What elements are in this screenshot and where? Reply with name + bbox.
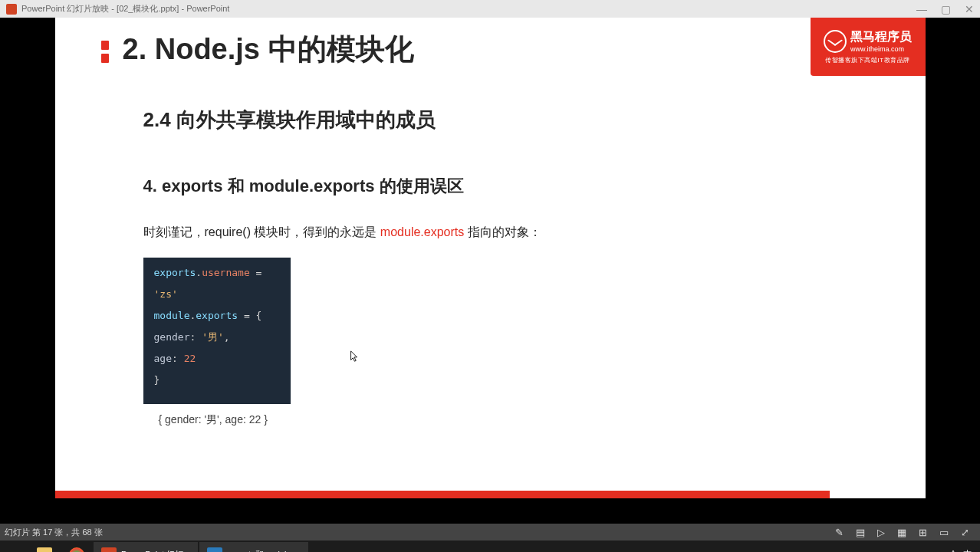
system-tray: ˄ 中 bbox=[945, 548, 978, 552]
restore-button[interactable]: ▢ bbox=[941, 3, 951, 15]
code-token: module bbox=[154, 310, 190, 321]
brand-name: 黑马程序员 bbox=[850, 29, 912, 45]
start-button[interactable]: ⊞ bbox=[2, 542, 28, 552]
file-explorer-button[interactable] bbox=[29, 542, 60, 552]
code-token: age bbox=[154, 353, 172, 364]
code-token: 'zs' bbox=[154, 288, 178, 300]
code-token: '男' bbox=[202, 331, 224, 343]
powerpoint-task[interactable]: PowerPoint 幻灯... bbox=[94, 542, 198, 552]
code-token: , bbox=[224, 331, 230, 343]
normal-view-icon[interactable]: ▦ bbox=[891, 527, 913, 538]
tray-chevron-icon[interactable]: ˄ bbox=[951, 550, 955, 553]
powerpoint-task-label: PowerPoint 幻灯... bbox=[121, 549, 190, 552]
brand-url: www.itheima.com bbox=[850, 45, 912, 53]
slide-footer-bar bbox=[55, 491, 830, 498]
brand-badge: 黑马程序员 www.itheima.com 传智播客旗下高端IT教育品牌 bbox=[811, 18, 926, 76]
slide-body: 时刻谨记，require() 模块时，得到的永远是 module.exports… bbox=[143, 225, 541, 241]
close-button[interactable]: ✕ bbox=[965, 3, 974, 15]
minimize-button[interactable]: — bbox=[916, 3, 927, 15]
body-highlight: module.exports bbox=[380, 225, 464, 238]
window-title: PowerPoint 幻灯片放映 - [02_模块化.pptx] - Power… bbox=[21, 3, 916, 15]
brand-logo-icon bbox=[824, 30, 847, 53]
code-token: exports bbox=[154, 267, 196, 278]
sorter-view-icon[interactable]: ⊞ bbox=[913, 527, 933, 538]
slide-counter: 幻灯片 第 17 张，共 68 张 bbox=[5, 527, 103, 538]
code-token: username bbox=[202, 267, 250, 278]
code-token: exports bbox=[196, 310, 238, 321]
code-token: 22 bbox=[184, 353, 196, 364]
code-token: = { bbox=[238, 310, 261, 321]
slide-heading-1: 2. Node.js 中的模块化 bbox=[123, 30, 414, 69]
code-block: exports.username = 'zs' module.exports =… bbox=[143, 258, 291, 404]
vscode-task-label: exports和module.... bbox=[227, 549, 300, 552]
slide: 黑马程序员 www.itheima.com 传智播客旗下高端IT教育品牌 2. … bbox=[55, 18, 926, 498]
status-bar: 幻灯片 第 17 张，共 68 张 ✎ ▤ ▷ ▦ ⊞ ▭ ⤢ bbox=[0, 524, 980, 540]
slide-heading-3: 4. exports 和 module.exports 的使用误区 bbox=[143, 175, 464, 198]
code-token: gender bbox=[154, 331, 190, 343]
code-token: . bbox=[196, 267, 202, 278]
vscode-task[interactable]: exports和module.... bbox=[199, 542, 307, 552]
pen-tool-icon[interactable]: ✎ bbox=[829, 527, 850, 538]
reading-view-icon[interactable]: ▭ bbox=[933, 527, 955, 538]
chrome-button[interactable] bbox=[61, 542, 92, 552]
ime-indicator[interactable]: 中 bbox=[963, 548, 972, 552]
code-token: } bbox=[154, 374, 160, 386]
notes-icon[interactable]: ▤ bbox=[850, 527, 871, 538]
code-token: : bbox=[189, 331, 202, 343]
window-controls: — ▢ ✕ bbox=[916, 3, 974, 15]
slide-heading-2: 2.4 向外共享模块作用域中的成员 bbox=[143, 107, 436, 133]
body-post: 指向的对象： bbox=[464, 225, 541, 238]
heading-bullets-icon bbox=[101, 41, 109, 63]
brand-slogan: 传智播客旗下高端IT教育品牌 bbox=[825, 56, 909, 64]
title-bar: PowerPoint 幻灯片放映 - [02_模块化.pptx] - Power… bbox=[0, 0, 980, 18]
code-token: : bbox=[172, 353, 184, 364]
taskbar: ⊞ PowerPoint 幻灯... exports和module.... ˄ … bbox=[0, 540, 980, 552]
code-output: { gender: '男', age: 22 } bbox=[159, 413, 268, 427]
slideshow-icon[interactable]: ▷ bbox=[871, 527, 891, 538]
powerpoint-icon bbox=[6, 4, 17, 15]
code-token: = bbox=[250, 267, 262, 278]
body-pre: 时刻谨记，require() 模块时，得到的永远是 bbox=[143, 225, 380, 238]
slideshow-area[interactable]: 黑马程序员 www.itheima.com 传智播客旗下高端IT教育品牌 2. … bbox=[0, 18, 980, 524]
zoom-icon[interactable]: ⤢ bbox=[955, 527, 975, 538]
